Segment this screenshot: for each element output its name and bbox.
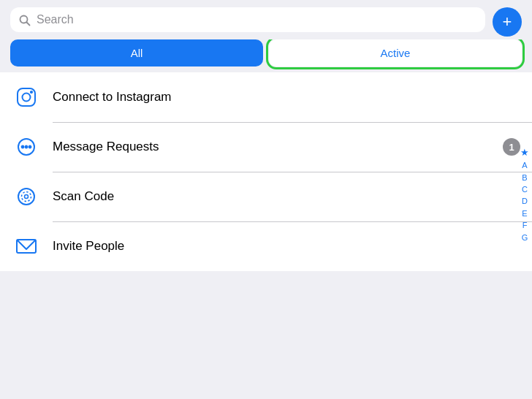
search-bar-row: Search +	[0, 0, 532, 39]
svg-point-10	[22, 192, 31, 202]
alpha-g[interactable]: G	[522, 232, 528, 243]
message-requests-badge: 1	[503, 138, 520, 156]
svg-point-4	[31, 91, 32, 93]
alpha-e[interactable]: E	[522, 208, 527, 219]
invite-label: Invite People	[53, 239, 520, 254]
alpha-star[interactable]: ★	[520, 146, 529, 159]
add-icon: +	[503, 14, 512, 30]
main-container: Search + All Active Connect to Instagram	[0, 0, 532, 399]
list-item-message-requests[interactable]: Message Requests 1	[0, 122, 532, 172]
search-bar[interactable]: Search	[10, 7, 485, 32]
tabs-row: All Active	[0, 39, 532, 66]
alpha-f[interactable]: F	[522, 220, 528, 231]
scan-code-icon	[12, 182, 41, 211]
tab-all[interactable]: All	[10, 39, 263, 66]
svg-point-9	[18, 189, 34, 205]
add-button[interactable]: +	[493, 7, 522, 37]
scan-code-label: Scan Code	[53, 189, 520, 204]
search-placeholder: Search	[37, 13, 476, 26]
list-item-invite-people[interactable]: Invite People	[0, 221, 532, 271]
invite-icon	[12, 232, 41, 261]
alpha-a[interactable]: A	[522, 160, 527, 171]
alpha-d[interactable]: D	[522, 196, 528, 207]
svg-point-11	[25, 195, 28, 199]
tab-active[interactable]: Active	[269, 39, 522, 66]
svg-point-8	[29, 146, 31, 148]
instagram-label: Connect to Instagram	[53, 90, 520, 104]
message-requests-label: Message Requests	[53, 140, 491, 154]
message-requests-icon	[12, 132, 41, 162]
svg-point-3	[23, 94, 31, 102]
search-icon	[19, 13, 31, 26]
alpha-c[interactable]: C	[522, 184, 528, 195]
svg-line-1	[27, 22, 30, 25]
list-item-instagram[interactable]: Connect to Instagram	[0, 72, 532, 122]
alpha-index: ★ A B C D E F G	[520, 146, 529, 243]
list-item-scan-code[interactable]: Scan Code	[0, 172, 532, 221]
svg-point-6	[22, 146, 24, 148]
alpha-b[interactable]: B	[522, 172, 527, 183]
instagram-icon	[12, 83, 41, 112]
list-section: Connect to Instagram Message Requests 1	[0, 72, 532, 271]
svg-point-7	[26, 146, 28, 148]
